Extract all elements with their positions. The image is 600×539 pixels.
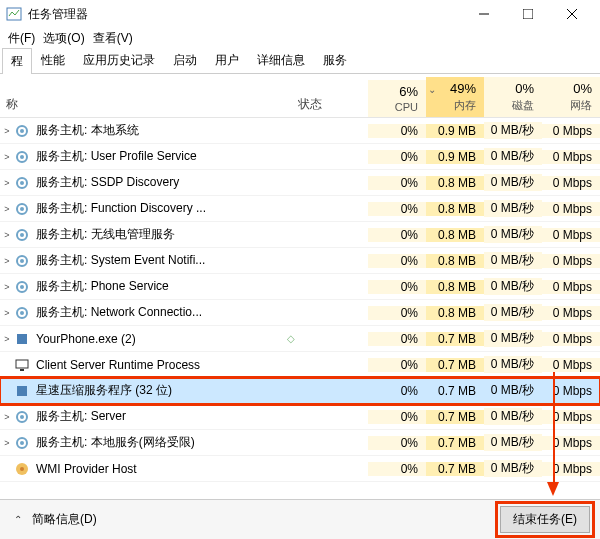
- close-button[interactable]: [550, 0, 594, 28]
- process-name: 星速压缩服务程序 (32 位): [36, 382, 284, 399]
- expand-icon[interactable]: >: [0, 256, 14, 266]
- net-value: 0 Mbps: [542, 124, 600, 138]
- menubar: 件(F) 选项(O) 查看(V): [0, 28, 600, 48]
- leaf-icon: ◇: [284, 333, 298, 344]
- window-title: 任务管理器: [28, 6, 462, 23]
- process-row[interactable]: >服务主机: System Event Notifi...0%0.8 MB0 M…: [0, 248, 600, 274]
- expand-icon[interactable]: >: [0, 308, 14, 318]
- expand-icon[interactable]: >: [0, 126, 14, 136]
- process-icon: [14, 357, 30, 373]
- process-row[interactable]: >服务主机: Phone Service0%0.8 MB0 MB/秒0 Mbps: [0, 274, 600, 300]
- expand-icon[interactable]: >: [0, 178, 14, 188]
- window-controls: [462, 0, 594, 28]
- mem-value: 0.7 MB: [426, 358, 484, 372]
- disk-value: 0 MB/秒: [484, 304, 542, 321]
- process-name: 服务主机: Server: [36, 408, 284, 425]
- cpu-value: 0%: [368, 436, 426, 450]
- disk-value: 0 MB/秒: [484, 278, 542, 295]
- column-disk[interactable]: 0% 磁盘: [484, 77, 542, 117]
- mem-value: 0.7 MB: [426, 436, 484, 450]
- menu-file[interactable]: 件(F): [6, 30, 37, 47]
- process-icon: [14, 201, 30, 217]
- brief-info-link[interactable]: 简略信息(D): [32, 511, 500, 528]
- process-row[interactable]: >YourPhone.exe (2)◇0%0.7 MB0 MB/秒0 Mbps: [0, 326, 600, 352]
- menu-options[interactable]: 选项(O): [41, 30, 86, 47]
- cpu-value: 0%: [368, 254, 426, 268]
- tab-history[interactable]: 应用历史记录: [74, 47, 164, 73]
- process-row[interactable]: >服务主机: SSDP Discovery0%0.8 MB0 MB/秒0 Mbp…: [0, 170, 600, 196]
- column-name[interactable]: 称: [0, 96, 298, 117]
- disk-value: 0 MB/秒: [484, 382, 542, 399]
- expand-icon[interactable]: >: [0, 334, 14, 344]
- process-icon: [14, 149, 30, 165]
- titlebar: 任务管理器: [0, 0, 600, 28]
- process-row[interactable]: >服务主机: 本地服务(网络受限)0%0.7 MB0 MB/秒0 Mbps: [0, 430, 600, 456]
- mem-value: 0.7 MB: [426, 410, 484, 424]
- svg-point-16: [20, 259, 24, 263]
- process-name: 服务主机: Phone Service: [36, 278, 284, 295]
- disk-value: 0 MB/秒: [484, 408, 542, 425]
- process-row[interactable]: >服务主机: Server0%0.7 MB0 MB/秒0 Mbps: [0, 404, 600, 430]
- process-icon: [14, 227, 30, 243]
- net-value: 0 Mbps: [542, 332, 600, 346]
- svg-rect-23: [20, 369, 24, 371]
- tab-services[interactable]: 服务: [314, 47, 356, 73]
- tab-processes[interactable]: 程: [2, 48, 32, 74]
- net-value: 0 Mbps: [542, 436, 600, 450]
- svg-rect-22: [16, 360, 28, 368]
- net-value: 0 Mbps: [542, 202, 600, 216]
- net-value: 0 Mbps: [542, 176, 600, 190]
- disk-value: 0 MB/秒: [484, 148, 542, 165]
- column-cpu[interactable]: 6% CPU: [368, 80, 426, 117]
- column-memory[interactable]: 49% 内存: [426, 77, 484, 117]
- mem-value: 0.8 MB: [426, 228, 484, 242]
- tab-startup[interactable]: 启动: [164, 47, 206, 73]
- svg-rect-2: [523, 9, 533, 19]
- expand-up-icon[interactable]: ⌃: [10, 514, 26, 525]
- svg-rect-21: [17, 334, 27, 344]
- net-value: 0 Mbps: [542, 280, 600, 294]
- process-icon: [14, 409, 30, 425]
- net-value: 0 Mbps: [542, 306, 600, 320]
- cpu-value: 0%: [368, 124, 426, 138]
- column-network[interactable]: 0% 网络: [542, 77, 600, 117]
- expand-icon[interactable]: >: [0, 152, 14, 162]
- tab-performance[interactable]: 性能: [32, 47, 74, 73]
- expand-icon[interactable]: >: [0, 282, 14, 292]
- expand-icon[interactable]: >: [0, 412, 14, 422]
- process-row[interactable]: 星速压缩服务程序 (32 位)0%0.7 MB0 MB/秒0 Mbps: [0, 378, 600, 404]
- mem-value: 0.9 MB: [426, 150, 484, 164]
- end-task-button[interactable]: 结束任务(E): [500, 506, 590, 533]
- chevron-down-icon: ⌄: [428, 84, 436, 95]
- cpu-value: 0%: [368, 306, 426, 320]
- column-status[interactable]: 状态: [298, 96, 368, 117]
- mem-value: 0.9 MB: [426, 124, 484, 138]
- process-row[interactable]: >服务主机: 本地系统0%0.9 MB0 MB/秒0 Mbps: [0, 118, 600, 144]
- expand-icon[interactable]: >: [0, 204, 14, 214]
- mem-value: 0.8 MB: [426, 176, 484, 190]
- process-name: 服务主机: 无线电管理服务: [36, 226, 284, 243]
- cpu-value: 0%: [368, 462, 426, 476]
- process-row[interactable]: >服务主机: User Profile Service0%0.9 MB0 MB/…: [0, 144, 600, 170]
- disk-value: 0 MB/秒: [484, 434, 542, 451]
- process-list: >服务主机: 本地系统0%0.9 MB0 MB/秒0 Mbps>服务主机: Us…: [0, 118, 600, 482]
- expand-icon[interactable]: >: [0, 438, 14, 448]
- process-icon: [14, 435, 30, 451]
- net-value: 0 Mbps: [542, 384, 600, 398]
- process-row[interactable]: Client Server Runtime Process0%0.7 MB0 M…: [0, 352, 600, 378]
- process-row[interactable]: WMI Provider Host0%0.7 MB0 MB/秒0 Mbps: [0, 456, 600, 482]
- process-row[interactable]: >服务主机: 无线电管理服务0%0.8 MB0 MB/秒0 Mbps: [0, 222, 600, 248]
- maximize-button[interactable]: [506, 0, 550, 28]
- expand-icon[interactable]: >: [0, 230, 14, 240]
- mem-value: 0.8 MB: [426, 280, 484, 294]
- process-name: Client Server Runtime Process: [36, 358, 284, 372]
- tab-details[interactable]: 详细信息: [248, 47, 314, 73]
- process-icon: [14, 331, 30, 347]
- process-row[interactable]: >服务主机: Function Discovery ...0%0.8 MB0 M…: [0, 196, 600, 222]
- svg-point-10: [20, 181, 24, 185]
- menu-view[interactable]: 查看(V): [91, 30, 135, 47]
- process-row[interactable]: >服务主机: Network Connectio...0%0.8 MB0 MB/…: [0, 300, 600, 326]
- minimize-button[interactable]: [462, 0, 506, 28]
- cpu-value: 0%: [368, 332, 426, 346]
- tab-users[interactable]: 用户: [206, 47, 248, 73]
